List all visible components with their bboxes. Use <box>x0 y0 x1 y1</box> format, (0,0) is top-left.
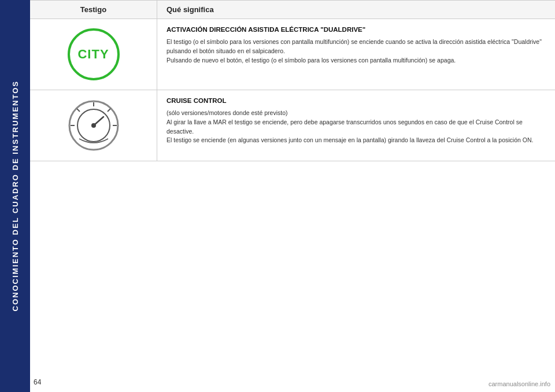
header-significado: Qué significa <box>157 1 555 19</box>
svg-line-7 <box>77 109 80 112</box>
sidebar-title: CONOCIMIENTO DEL CUADRO DE INSTRUMENTOS <box>11 80 20 311</box>
table-header: Testigo Qué significa <box>30 0 555 19</box>
main-content: Testigo Qué significa city ACTIVACIÓN DI… <box>30 0 555 392</box>
row2-title: CRUISE CONTROL <box>166 97 546 104</box>
city-label: city <box>77 47 109 62</box>
table-row: CRUISE CONTROL (sólo versiones/motores d… <box>30 90 555 161</box>
svg-line-5 <box>108 109 110 112</box>
row1-title: ACTIVACIÓN DIRECCIÓN ASISTIDA ELÉCTRICA … <box>166 26 546 33</box>
page-number: 64 <box>34 378 41 386</box>
text-cell-cruise: CRUISE CONTROL (sólo versiones/motores d… <box>157 90 555 161</box>
row1-body: El testigo (o el símbolo para los versio… <box>166 38 546 65</box>
svg-line-3 <box>94 117 103 125</box>
header-testigo: Testigo <box>30 1 157 19</box>
city-badge: city <box>68 28 120 80</box>
icon-cell-city: city <box>30 19 157 90</box>
table-row: city ACTIVACIÓN DIRECCIÓN ASISTIDA ELÉCT… <box>30 19 555 90</box>
watermark: carmanualsonline.info <box>489 380 550 387</box>
icon-cell-cruise <box>30 90 157 161</box>
text-cell-city: ACTIVACIÓN DIRECCIÓN ASISTIDA ELÉCTRICA … <box>157 19 555 90</box>
row2-body: (sólo versiones/motores donde esté previ… <box>166 109 546 145</box>
sidebar: CONOCIMIENTO DEL CUADRO DE INSTRUMENTOS <box>0 0 30 392</box>
cruise-icon <box>68 99 120 151</box>
